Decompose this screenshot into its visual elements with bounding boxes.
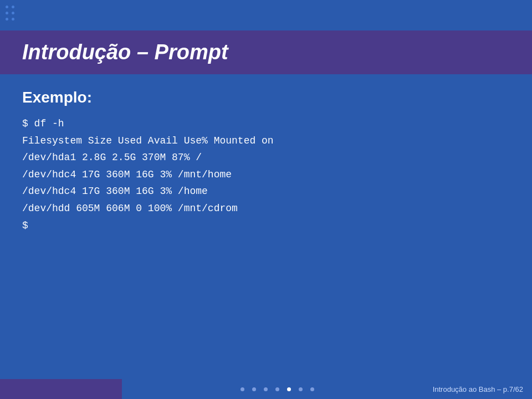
terminal-row-3: /dev/hdc4 17G 360M 16G 3% /home bbox=[22, 183, 510, 200]
title-bar: Introdução – Prompt bbox=[0, 30, 532, 74]
bottom-bar: Introdução ao Bash – p.7/62 bbox=[0, 379, 532, 399]
slide-dot-4[interactable] bbox=[275, 387, 279, 391]
terminal-prompt-end: $ bbox=[22, 217, 510, 234]
slide-dot-2[interactable] bbox=[252, 387, 256, 391]
terminal-block: $ df -h Filesystem Size Used Avail Use% … bbox=[22, 115, 510, 234]
terminal-row-4: /dev/hdd 605M 606M 0 100% /mnt/cdrom bbox=[22, 200, 510, 217]
terminal-header: Filesystem Size Used Avail Use% Mounted … bbox=[22, 132, 510, 150]
terminal-row-2: /dev/hdc4 17G 360M 16G 3% /mnt/home bbox=[22, 166, 510, 183]
page-info: Introdução ao Bash – p.7/62 bbox=[433, 385, 532, 393]
terminal-row-1: /dev/hda1 2.8G 2.5G 370M 87% / bbox=[22, 149, 510, 166]
decorative-dots-topleft bbox=[6, 6, 14, 21]
example-label: Exemplo: bbox=[22, 89, 510, 106]
bottom-bar-accent bbox=[0, 379, 122, 399]
slide-dot-6[interactable] bbox=[299, 387, 303, 391]
slide-dot-1[interactable] bbox=[241, 387, 244, 391]
slide-dot-3[interactable] bbox=[264, 387, 268, 391]
slide-dot-5-active[interactable] bbox=[287, 387, 291, 391]
main-content: Exemplo: $ df -h Filesystem Size Used Av… bbox=[22, 89, 510, 234]
slide-dots bbox=[122, 387, 433, 391]
slide-title: Introdução – Prompt bbox=[22, 40, 510, 64]
slide-dot-7[interactable] bbox=[310, 387, 314, 391]
terminal-command: $ df -h bbox=[22, 115, 510, 132]
